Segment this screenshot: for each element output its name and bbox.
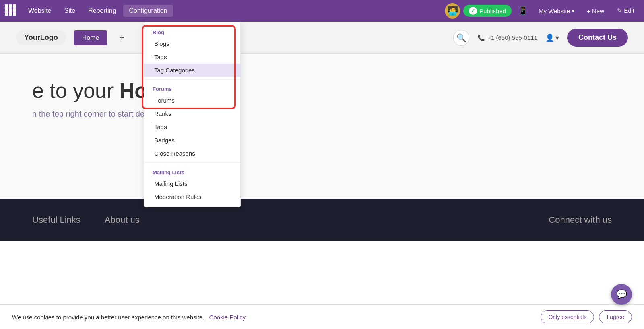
new-button[interactable]: + New xyxy=(582,5,609,17)
dropdown-forums[interactable]: Forums xyxy=(144,94,240,107)
footer-col-2: About us xyxy=(105,215,140,225)
footer-col-3: Connect with us xyxy=(549,215,612,225)
user-chevron-icon: ▾ xyxy=(555,33,559,42)
edit-button[interactable]: ✎ Edit xyxy=(612,5,639,17)
logo: YourLogo xyxy=(16,30,66,45)
cookie-policy-link[interactable]: Cookie Policy xyxy=(209,314,246,321)
logo-logo: Logo xyxy=(40,33,58,41)
dropdown-tags-1[interactable]: Tags xyxy=(144,50,240,64)
footer-about-us: About us xyxy=(105,215,140,225)
contact-us-button[interactable]: Contact Us xyxy=(567,29,628,47)
home-button[interactable]: Home xyxy=(74,30,107,45)
dropdown-blogs[interactable]: Blogs xyxy=(144,37,240,50)
nav-website[interactable]: Website xyxy=(23,5,57,17)
mailing-lists-section-header: Mailing Lists xyxy=(144,165,240,177)
my-website-label: My Website xyxy=(539,8,570,14)
main-content: e to your Homepage! n the top right corn… xyxy=(0,54,644,199)
user-avatar[interactable]: 🧑‍💻 xyxy=(445,3,460,19)
dropdown-close-reasons[interactable]: Close Reasons xyxy=(144,147,240,160)
user-menu-button[interactable]: 👤 ▾ xyxy=(545,33,559,42)
dropdown-badges[interactable]: Badges xyxy=(144,134,240,147)
phone-icon: 📞 xyxy=(477,34,485,41)
dropdown-tags-2[interactable]: Tags xyxy=(144,120,240,134)
avatar-image: 🧑‍💻 xyxy=(447,6,458,16)
footer-useful-links: Useful Links xyxy=(32,215,80,225)
dropdown-moderation-rules[interactable]: Moderation Rules xyxy=(144,190,240,204)
nav-reporting[interactable]: Reporting xyxy=(83,5,122,17)
chat-icon: 💬 xyxy=(616,289,627,300)
edit-label: ✎ Edit xyxy=(617,7,634,14)
nav-site[interactable]: Site xyxy=(59,5,81,17)
add-menu-button[interactable]: + xyxy=(115,33,128,43)
chevron-down-icon: ▾ xyxy=(572,7,575,14)
top-navigation: Website Site Reporting Configuration 🧑‍💻… xyxy=(0,0,644,22)
configuration-dropdown: Blog Blogs Tags Tag Categories Forums Fo… xyxy=(144,22,241,207)
sub-text: n the top right corner to start designin… xyxy=(32,109,612,119)
published-button[interactable]: ✓ Published xyxy=(463,5,512,17)
forums-section-header: Forums xyxy=(144,82,240,94)
i-agree-button[interactable]: I agree xyxy=(599,310,632,323)
phone-area: 📞 +1 (650) 555-0111 xyxy=(477,34,537,41)
cookie-bar: We use cookies to provide you a better u… xyxy=(0,304,644,329)
phone-number: +1 (650) 555-0111 xyxy=(487,34,537,41)
footer-connect: Connect with us xyxy=(549,215,612,225)
dropdown-tag-categories[interactable]: Tag Categories xyxy=(144,64,240,77)
user-icon: 👤 xyxy=(545,33,554,42)
dropdown-divider-2 xyxy=(144,162,240,163)
logo-text: YourLogo xyxy=(24,33,58,42)
nav-left: Website Site Reporting Configuration xyxy=(5,4,173,17)
mobile-preview-icon[interactable]: 📱 xyxy=(515,4,531,17)
new-label: + New xyxy=(587,8,604,14)
published-label: Published xyxy=(479,8,506,14)
logo-your: Your xyxy=(24,33,40,41)
welcome-text-start: e to your xyxy=(32,79,120,102)
site-header: YourLogo Home + 🔍 📞 +1 (650) 555-0111 👤 … xyxy=(0,22,644,54)
dropdown-mailing-lists[interactable]: Mailing Lists xyxy=(144,177,240,190)
chat-bubble-button[interactable]: 💬 xyxy=(611,284,632,305)
dropdown-divider-1 xyxy=(144,79,240,80)
my-website-button[interactable]: My Website ▾ xyxy=(535,5,579,17)
welcome-heading: e to your Homepage! xyxy=(32,78,612,103)
cookie-message: We use cookies to provide you a better u… xyxy=(12,314,204,321)
nav-configuration[interactable]: Configuration xyxy=(123,5,173,17)
site-footer: Useful Links About us Connect with us xyxy=(0,199,644,241)
footer-col-1: Useful Links xyxy=(32,215,80,225)
search-button[interactable]: 🔍 xyxy=(453,30,469,46)
blog-section-header: Blog xyxy=(144,25,240,37)
dropdown-ranks[interactable]: Ranks xyxy=(144,107,240,120)
apps-icon[interactable] xyxy=(5,4,18,17)
published-check-icon: ✓ xyxy=(469,7,477,15)
only-essentials-button[interactable]: Only essentials xyxy=(541,310,594,323)
nav-right: 🧑‍💻 ✓ Published 📱 My Website ▾ + New ✎ E… xyxy=(445,3,639,19)
